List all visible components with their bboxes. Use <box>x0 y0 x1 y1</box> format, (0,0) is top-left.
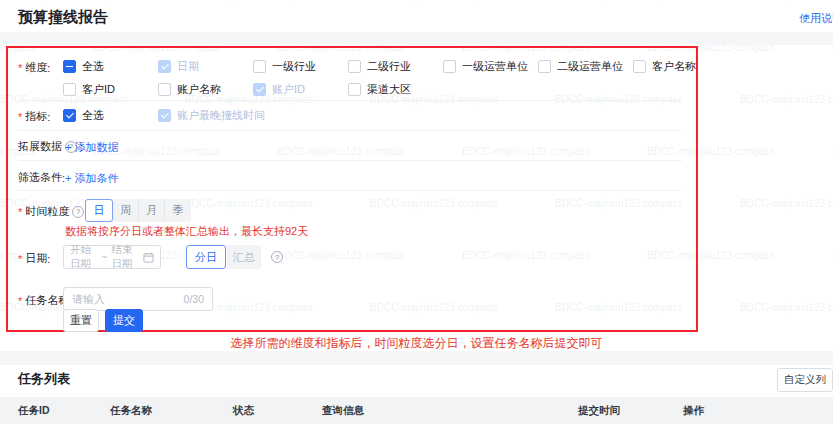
task-table-header: 任务ID 任务名称 状态 查询信息 提交时间 操作 <box>0 397 833 424</box>
add-condition-link[interactable]: + 添加条件 <box>65 171 118 186</box>
submit-button[interactable]: 提交 <box>105 309 143 332</box>
checkbox-customer-id[interactable]: 客户ID <box>63 82 115 96</box>
granularity-option-day[interactable]: 日 <box>85 199 113 222</box>
page-title: 预算撞线报告 <box>18 8 108 27</box>
column-header-task-name: 任务名称 <box>110 397 152 424</box>
column-header-submit-time: 提交时间 <box>578 397 620 424</box>
checkbox-unchecked-icon <box>348 60 361 73</box>
budget-report-page: BDCC-majinxiu123 compassBDCC-majinxiu123… <box>0 0 833 429</box>
checkbox-indeterminate-icon <box>63 60 76 73</box>
checkbox-account-id: 账户ID <box>253 82 305 96</box>
section-separator-bottom <box>0 351 833 365</box>
divider <box>18 190 682 191</box>
end-date-placeholder: 结束日期 <box>112 243 139 271</box>
granularity-segmented-control: 日 周 月 季 <box>85 199 191 222</box>
section-separator-top <box>0 32 833 45</box>
checkbox-select-all-indicators[interactable]: 全选 <box>63 108 104 122</box>
column-header-status: 状态 <box>233 397 254 424</box>
checkbox-unchecked-icon <box>538 60 551 73</box>
task-list-title: 任务列表 <box>18 370 70 388</box>
form-tip: 选择所需的维度和指标后，时间粒度选分日，设置任务名称后提交即可 <box>0 335 833 352</box>
filter-label: 筛选条件: <box>18 170 65 185</box>
column-header-task-id: 任务ID <box>18 397 50 424</box>
checkbox-industry-l2[interactable]: 二级行业 <box>348 59 411 73</box>
column-header-actions: 操作 <box>683 397 704 424</box>
checkbox-unchecked-icon <box>443 60 456 73</box>
task-name-input[interactable]: 请输入 0/30 <box>63 287 213 311</box>
checkbox-unchecked-icon <box>633 60 646 73</box>
task-name-placeholder: 请输入 <box>72 292 105 307</box>
checkbox-checked-disabled-icon <box>158 60 171 73</box>
checkbox-unchecked-icon <box>63 83 76 96</box>
dimension-label: * 维度: <box>18 60 50 75</box>
required-mark: * <box>18 295 22 307</box>
reset-button[interactable]: 重置 <box>63 309 99 332</box>
checkbox-unchecked-icon <box>253 60 266 73</box>
required-mark: * <box>18 111 22 123</box>
checkbox-date-dimension: 日期 <box>158 59 199 73</box>
usage-help-link[interactable]: 使用说明 <box>799 11 833 26</box>
checkbox-account-name[interactable]: 账户名称 <box>158 82 221 96</box>
checkbox-checked-icon <box>63 109 76 122</box>
add-data-link[interactable]: + 添加数据 <box>65 140 118 155</box>
required-mark: * <box>18 206 22 218</box>
divider <box>18 130 682 131</box>
granularity-option-week[interactable]: 周 <box>113 199 139 222</box>
indicator-label: * 指标: <box>18 109 50 124</box>
date-mode-summary-button[interactable]: 汇总 <box>227 245 261 269</box>
divider <box>18 160 682 161</box>
checkbox-checked-disabled-icon <box>253 83 266 96</box>
required-mark: * <box>18 253 22 265</box>
checkbox-latest-crossline-time: 账户最晚撞线时间 <box>158 108 265 122</box>
checkbox-industry-l1[interactable]: 一级行业 <box>253 59 316 73</box>
checkbox-unchecked-icon <box>348 83 361 96</box>
checkbox-channel-region[interactable]: 渠道大区 <box>348 82 411 96</box>
char-counter: 0/30 <box>184 293 204 305</box>
granularity-option-quarter[interactable]: 季 <box>165 199 191 222</box>
checkbox-checked-disabled-icon <box>158 109 171 122</box>
customize-columns-button[interactable]: 自定义列 <box>777 368 833 392</box>
granularity-note: 数据将按序分日或者整体汇总输出，最长支持92天 <box>65 224 308 239</box>
help-icon[interactable]: ? <box>72 206 84 218</box>
date-mode-daily-button[interactable]: 分日 <box>186 245 226 269</box>
granularity-label: * 时间粒度 ? : <box>18 204 90 219</box>
start-date-placeholder: 开始日期 <box>70 243 97 271</box>
required-mark: * <box>18 62 22 74</box>
divider <box>18 100 682 101</box>
checkbox-select-all-dimensions[interactable]: 全选 <box>63 59 104 73</box>
date-range-input[interactable]: 开始日期 ~ 结束日期 <box>63 245 161 269</box>
date-label: * 日期: <box>18 251 50 266</box>
checkbox-op-unit-l1[interactable]: 一级运营单位 <box>443 59 528 73</box>
column-header-query-info: 查询信息 <box>322 397 364 424</box>
checkbox-op-unit-l2[interactable]: 二级运营单位 <box>538 59 623 73</box>
granularity-option-month[interactable]: 月 <box>139 199 165 222</box>
date-help-icon[interactable]: ? <box>271 251 283 263</box>
calendar-icon <box>143 252 154 263</box>
checkbox-unchecked-icon <box>158 83 171 96</box>
range-separator: ~ <box>101 251 107 263</box>
checkbox-customer-name[interactable]: 客户名称 <box>633 59 696 73</box>
